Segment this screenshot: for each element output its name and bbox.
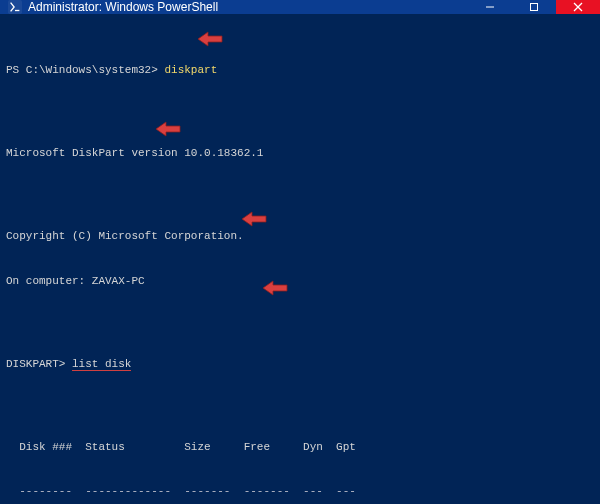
table-header: Disk ### Status Size Free Dyn Gpt bbox=[6, 440, 594, 455]
command-text: diskpart bbox=[164, 64, 217, 76]
window-title: Administrator: Windows PowerShell bbox=[28, 0, 468, 14]
svg-marker-8 bbox=[242, 212, 266, 226]
console-output[interactable]: PS C:\Windows\system32> diskpart Microso… bbox=[0, 14, 600, 504]
table-separator: -------- ------------- ------- ------- -… bbox=[6, 484, 594, 499]
maximize-button[interactable] bbox=[512, 0, 556, 14]
computer-line: On computer: ZAVAX-PC bbox=[6, 274, 594, 289]
version-line: Microsoft DiskPart version 10.0.18362.1 bbox=[6, 146, 594, 161]
command-text: list disk bbox=[72, 358, 131, 371]
svg-marker-6 bbox=[198, 32, 222, 46]
prompt-line: PS C:\Windows\system32> diskpart bbox=[6, 63, 594, 78]
svg-rect-3 bbox=[531, 4, 538, 11]
minimize-button[interactable] bbox=[468, 0, 512, 14]
annotation-arrow-icon bbox=[170, 15, 198, 33]
svg-marker-7 bbox=[156, 122, 180, 136]
prompt-line: DISKPART> list disk bbox=[6, 357, 594, 372]
window-controls bbox=[468, 0, 600, 14]
close-button[interactable] bbox=[556, 0, 600, 14]
svg-rect-0 bbox=[8, 0, 22, 14]
title-bar: Administrator: Windows PowerShell bbox=[0, 0, 600, 14]
powershell-icon bbox=[8, 0, 22, 14]
copyright-line: Copyright (C) Microsoft Corporation. bbox=[6, 229, 594, 244]
